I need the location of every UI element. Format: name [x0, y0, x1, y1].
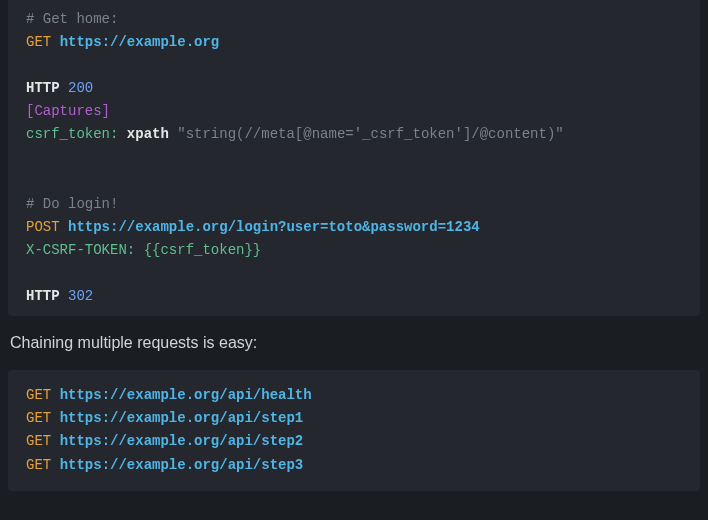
http-method: GET	[26, 410, 51, 426]
http-header: X-CSRF-TOKEN:	[26, 242, 135, 258]
http-method: GET	[26, 457, 51, 473]
section-label: [Captures]	[26, 103, 110, 119]
http-url: https://example.org	[60, 34, 220, 50]
http-status: 200	[68, 80, 93, 96]
http-method: GET	[26, 433, 51, 449]
colon: :	[110, 126, 118, 142]
capture-name: csrf_token	[26, 126, 110, 142]
http-method: POST	[26, 219, 60, 235]
code-comment: # Get home:	[26, 11, 118, 27]
code-comment: # Do login!	[26, 196, 118, 212]
capture-query-string: "string(//meta[@name='_csrf_token']/@con…	[177, 126, 563, 142]
http-method: GET	[26, 387, 51, 403]
http-url: https://example.org/api/step1	[60, 410, 304, 426]
http-status: 302	[68, 288, 93, 304]
code-block-2: GET https://example.org/api/health GET h…	[8, 370, 700, 490]
code-block-1: # Get home: GET https://example.org HTTP…	[8, 0, 700, 316]
prose-text: Chaining multiple requests is easy:	[0, 316, 708, 370]
http-url: https://example.org/api/step3	[60, 457, 304, 473]
http-url: https://example.org/login?user=toto&pass…	[68, 219, 480, 235]
http-keyword: HTTP	[26, 288, 60, 304]
template-variable: {{csrf_token}}	[144, 242, 262, 258]
http-url: https://example.org/api/health	[60, 387, 312, 403]
http-keyword: HTTP	[26, 80, 60, 96]
http-url: https://example.org/api/step2	[60, 433, 304, 449]
capture-query-type: xpath	[127, 126, 169, 142]
http-method: GET	[26, 34, 51, 50]
